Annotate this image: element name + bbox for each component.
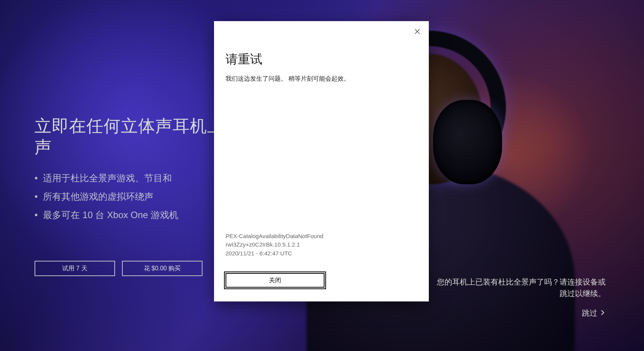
dialog-debug-info: PEX-CatalogAvailabilityDataNotFound rwI3… bbox=[226, 232, 417, 266]
dialog-title: 请重试 bbox=[226, 51, 417, 68]
dialog-message: 我们这边发生了问题。 稍等片刻可能会起效。 bbox=[226, 75, 417, 83]
close-icon bbox=[415, 29, 420, 35]
debug-timestamp: 2020/11/21 - 6:42:47 UTC bbox=[226, 249, 417, 258]
dialog-close-primary-button[interactable]: 关闭 bbox=[226, 273, 324, 288]
debug-correlation-id: rwI3Zzy+z0C2IrBk.10.5.1.2.1 bbox=[226, 240, 417, 249]
dialog-close-button[interactable] bbox=[411, 26, 423, 38]
error-dialog: 请重试 我们这边发生了问题。 稍等片刻可能会起效。 PEX-CatalogAva… bbox=[214, 21, 429, 301]
debug-error-code: PEX-CatalogAvailabilityDataNotFound bbox=[226, 232, 417, 241]
